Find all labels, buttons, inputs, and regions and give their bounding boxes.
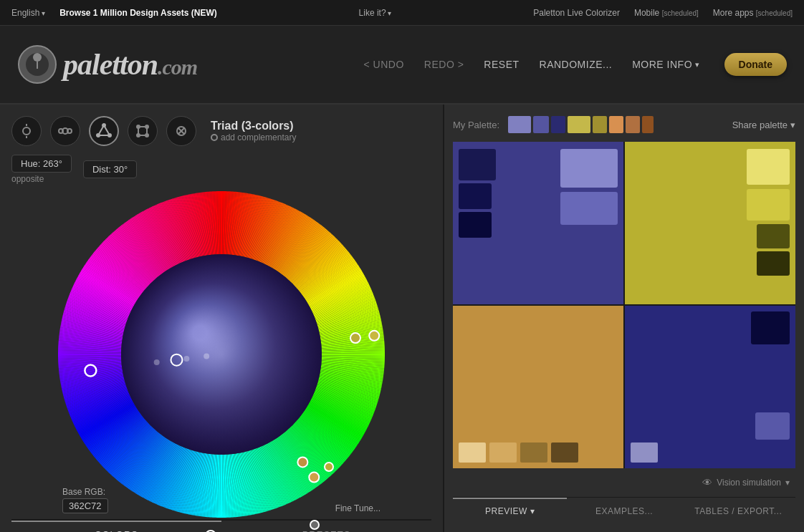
mode-selector: Triad (3-colors) add complementary [11,116,431,146]
wheel-dot-1[interactable] [310,520,320,530]
grid-cell-tan [453,306,623,468]
palette-swatches [508,116,654,133]
svg-point-19 [137,134,140,137]
mode-tetrad-icon[interactable] [128,116,158,146]
mode-triad-icon[interactable] [89,116,119,146]
eye-icon: 👁 [702,477,712,488]
right-panel: My Palette: Share palette [444,105,804,532]
palette-swatch [593,116,607,133]
my-palette-label: My Palette: [453,120,499,130]
my-palette-row: My Palette: Share palette [453,113,795,136]
randomize-button[interactable]: RANDOMIZE... [532,54,620,74]
swatch-dp-light1 [755,412,790,440]
rgb-value: 362C72 [62,498,108,513]
grid-cell-dark-purple [625,306,795,468]
swatch-purple-dark1 [459,149,496,180]
header-actions: < UNDO REDO > RESET RANDOMIZE... MORE IN… [357,53,787,76]
svg-point-17 [137,125,140,128]
base-rgb: Base RGB: 362C72 [62,487,108,513]
palette-swatch [551,116,565,133]
svg-point-8 [59,129,63,133]
swatch-olive-dark1 [757,224,790,248]
vision-sim-arrow: ▾ [785,478,790,488]
mode-label: Triad (3-colors) add complementary [211,120,296,142]
svg-point-15 [108,134,111,137]
swatch-purple-dark2 [459,183,492,209]
tab-colors[interactable]: COLORS [11,521,221,532]
palette-swatch [642,116,654,133]
palette-swatch [568,116,590,133]
logo-text: paletton.com [63,47,197,82]
vision-simulation[interactable]: 👁 Vision simulation ▾ [453,474,795,491]
palette-swatch [533,116,549,133]
grid-cell-olive [625,142,795,304]
hue-display: Hue: 263° [11,155,72,173]
redo-button[interactable]: REDO > [417,54,472,74]
more-apps-link[interactable]: More apps [scheduled] [713,8,793,18]
share-palette-button[interactable]: Share palette [732,120,795,130]
more-info-button[interactable]: MORE INFO [625,54,707,74]
header: paletton.com < UNDO REDO > RESET RANDOMI… [0,26,804,105]
svg-point-2 [33,53,42,62]
action-tab-examples[interactable]: EXAMPLES... [567,498,681,523]
palette-swatch [609,116,623,133]
grid-cell-purple [453,142,623,304]
mode-adjacent-icon[interactable] [50,116,80,146]
add-complementary[interactable]: add complementary [211,132,296,142]
main: Triad (3-colors) add complementary Hue: … [0,105,804,532]
swatch-dp-1 [631,442,658,463]
wheel-dot-3[interactable] [324,462,334,472]
mobile-link[interactable]: Mobile [scheduled] [634,8,699,18]
left-panel: Triad (3-colors) add complementary Hue: … [0,105,444,532]
undo-button[interactable]: < UNDO [357,54,411,74]
svg-point-13 [102,124,105,127]
logo-icon [17,44,57,84]
color-wheel[interactable] [57,190,386,519]
bottom-tabs: COLORS PRESETS [11,519,431,532]
swatch-purple-dark3 [459,212,492,238]
svg-point-4 [23,127,30,135]
top-nav: English Browse 1 Million Design Assets (… [0,0,804,26]
donate-button[interactable]: Donate [724,53,787,76]
action-tab-preview[interactable]: PREVIEW ▾ [453,498,567,523]
browse-assets-link[interactable]: Browse 1 Million Design Assets (NEW) [59,8,217,18]
dist-display: Dist: 30° [83,160,137,178]
bottom-action-tabs: PREVIEW ▾ EXAMPLES... TABLES / EXPORT... [453,497,795,523]
swatch-tan-1 [459,442,486,463]
svg-point-18 [145,125,148,128]
preview-arrow: ▾ [530,506,535,516]
swatch-tan-4 [551,442,578,463]
radio-dot [211,134,218,141]
swatch-olive-dark2 [757,251,790,276]
palette-swatch [626,116,640,133]
swatch-dp-dark1 [751,311,790,344]
swatch-olive-light1 [747,149,790,185]
likeit-menu[interactable]: Like it? [359,8,392,18]
swatch-tan-3 [520,442,547,463]
color-wheel-container: Base RGB: 362C72 Fine Tune... [57,190,386,519]
action-tab-tables[interactable]: TABLES / EXPORT... [681,498,795,523]
hue-sub-label: opposite [11,174,72,184]
mode-free-icon[interactable] [166,116,196,146]
logo: paletton.com [17,44,197,84]
svg-point-20 [145,134,148,137]
svg-point-14 [97,134,100,137]
swatch-purple-light1 [560,149,618,188]
swatch-purple-light2 [560,192,618,225]
live-colorizer-link[interactable]: Paletton Live Colorizer [533,8,620,18]
reset-button[interactable]: RESET [477,54,526,74]
swatch-olive-light2 [747,189,790,221]
color-grid [453,142,795,468]
language-selector[interactable]: English [11,8,45,18]
swatch-tan-2 [489,442,517,463]
mode-mono-icon[interactable] [11,116,42,146]
palette-swatch [508,116,531,133]
hue-dist-controls: Hue: 263° opposite Dist: 30° [11,155,431,184]
tab-presets[interactable]: PRESETS [221,521,431,532]
svg-point-9 [67,129,72,133]
fine-tune-link[interactable]: Fine Tune... [335,503,381,513]
